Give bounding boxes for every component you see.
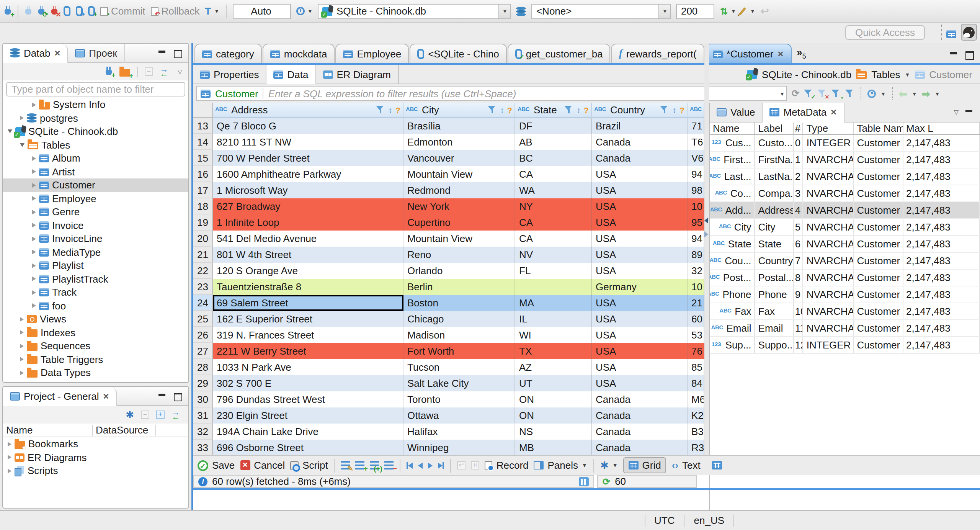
filter-icon[interactable]: [565, 106, 574, 114]
filter-icon[interactable]: [376, 106, 385, 114]
cell-country[interactable]: Canada: [592, 440, 688, 456]
cell-city[interactable]: Redmond: [403, 182, 515, 198]
cell-country[interactable]: Canada: [592, 407, 688, 424]
view-menu-icon[interactable]: ▽: [954, 109, 959, 116]
expand-arrow-icon[interactable]: [20, 344, 24, 348]
cell-address[interactable]: 700 W Pender Street: [213, 150, 403, 166]
tab-projects[interactable]: Проек: [68, 43, 124, 62]
column-name[interactable]: Name: [3, 424, 92, 436]
tab-value[interactable]: Value: [710, 103, 763, 122]
metadata-row-country[interactable]: Cou...Country7NVARCHARCustomer2,147,483: [710, 253, 980, 270]
previous-record-button[interactable]: [418, 462, 423, 468]
cell-city[interactable]: Brasília: [403, 118, 515, 134]
cell-postal[interactable]: 60: [688, 311, 704, 327]
filter-history-dropdown-icon[interactable]: ▼: [779, 91, 785, 96]
metadata-row-suppo-[interactable]: Sup...Suppo...12INTEGERCustomer2,147,483: [710, 337, 980, 354]
row-number[interactable]: 31: [193, 407, 213, 424]
collapse-left-icon[interactable]: [704, 218, 708, 224]
expand-arrow-icon[interactable]: [32, 170, 36, 174]
edit-cell-icon[interactable]: ✎: [341, 461, 350, 469]
next-page-icon[interactable]: ➡: [922, 88, 930, 99]
first-record-button[interactable]: [407, 462, 413, 469]
collapse-all-icon[interactable]: −: [145, 67, 153, 76]
cell-address[interactable]: 120 S Orange Ave: [213, 263, 403, 279]
collapse-all-icon[interactable]: −: [141, 411, 149, 419]
maximize-icon[interactable]: [173, 49, 182, 57]
save-button[interactable]: ✓ Save: [198, 460, 235, 471]
close-icon[interactable]: ✕: [103, 392, 109, 400]
cell-country[interactable]: USA: [592, 263, 688, 279]
new-sql-editor-icon[interactable]: +: [88, 6, 95, 16]
tx-mode-combo[interactable]: Auto: [232, 3, 291, 19]
row-number[interactable]: 24: [193, 295, 213, 311]
cell-country[interactable]: USA: [592, 311, 688, 327]
new-connection-icon[interactable]: +: [105, 67, 113, 77]
tab-metadata[interactable]: MetaData ✕: [763, 103, 845, 123]
expand-arrow-icon[interactable]: [20, 357, 24, 362]
cell-country[interactable]: USA: [592, 327, 688, 343]
cell-state[interactable]: TX: [515, 343, 592, 359]
editor-tab-rewards-report-[interactable]: frewards_report(: [611, 44, 704, 63]
sort-icon[interactable]: ↕: [673, 106, 676, 114]
connection-combo[interactable]: SQLite - Chinook.db ▼: [318, 3, 511, 19]
sidebar-item-data-types[interactable]: Data Types: [3, 366, 188, 380]
cell-city[interactable]: Boston: [403, 295, 515, 311]
sidebar-item-table-triggers[interactable]: Table Triggers: [3, 353, 188, 366]
metadata-row-state[interactable]: StateState6NVARCHARCustomer2,147,483: [710, 236, 980, 253]
schema-dropdown-button[interactable]: ▼: [659, 4, 670, 18]
expand-arrow-icon[interactable]: [32, 304, 36, 308]
expand-arrow-icon[interactable]: [32, 263, 36, 268]
chevron-down-icon[interactable]: ▼: [935, 91, 940, 96]
maximize-icon[interactable]: [965, 51, 974, 58]
cell-postal[interactable]: 53: [688, 327, 704, 343]
sidebar-item-tables[interactable]: Tables: [3, 138, 188, 152]
metadata-column-max[interactable]: Max L: [903, 123, 980, 134]
row-number[interactable]: 16: [193, 166, 213, 182]
metadata-row-fax[interactable]: FaxFax10NVARCHARCustomer2,147,483: [710, 303, 980, 320]
cell-postal[interactable]: 98: [688, 182, 704, 198]
project-item-er-diagrams[interactable]: ER Diagrams: [3, 451, 188, 464]
cell-postal[interactable]: 94: [688, 166, 704, 182]
cell-city[interactable]: Edmonton: [403, 134, 515, 150]
sql-filter-input[interactable]: Customer Enter a SQL expression to filte…: [196, 86, 787, 101]
row-number[interactable]: 26: [193, 327, 213, 343]
row-number[interactable]: 22: [193, 263, 213, 279]
sidebar-item-track[interactable]: Track: [3, 286, 188, 299]
row-number[interactable]: 30: [193, 391, 213, 407]
sidebar-item-views[interactable]: Views: [3, 312, 188, 326]
sidebar-item-invoice[interactable]: Invoice: [3, 219, 188, 232]
cell-country[interactable]: USA: [592, 166, 688, 182]
expand-arrow-icon[interactable]: [32, 183, 36, 188]
calc-panel-icon[interactable]: [579, 477, 589, 486]
cell-address[interactable]: 796 Dundas Street West: [213, 391, 403, 407]
cell-state[interactable]: NS: [515, 424, 592, 440]
minimize-icon[interactable]: [949, 51, 959, 58]
cell-country[interactable]: USA: [592, 247, 688, 263]
tab-database-navigator[interactable]: Datab ✕: [3, 43, 68, 62]
grid-mode-button[interactable]: Grid: [623, 457, 666, 473]
sidebar-item-invoiceline[interactable]: InvoiceLine: [3, 232, 188, 245]
auto-refresh-icon[interactable]: [867, 89, 876, 98]
metadata-column-name[interactable]: Name: [710, 123, 755, 134]
cell-address[interactable]: 69 Salem Street: [213, 295, 403, 311]
duplicate-row-icon[interactable]: (+): [370, 461, 379, 469]
cell-state[interactable]: CA: [515, 214, 592, 231]
cell-country[interactable]: Canada: [592, 150, 688, 166]
reconnect-icon[interactable]: ⟳: [38, 6, 45, 16]
metadata-row-firstna-[interactable]: First...FirstNa...1NVARCHARCustomer2,147…: [710, 152, 980, 168]
sidebar-item-customer[interactable]: Customer: [3, 178, 188, 192]
cell-city[interactable]: New York: [403, 198, 515, 214]
cell-postal[interactable]: V6: [688, 150, 704, 166]
cell-country[interactable]: USA: [592, 182, 688, 198]
column-header-clipped[interactable]: [688, 103, 704, 118]
filter-icon[interactable]: [488, 106, 497, 114]
metadata-row-email[interactable]: EmailEmail11NVARCHARCustomer2,147,483: [710, 320, 980, 337]
breadcrumb-entity[interactable]: Customer: [929, 69, 972, 80]
project-item-scripts[interactable]: Scripts: [3, 464, 188, 478]
cell-state[interactable]: NY: [515, 198, 592, 214]
expand-arrow-icon[interactable]: [20, 371, 24, 375]
cell-state[interactable]: WA: [515, 182, 592, 198]
cell-address[interactable]: 162 E Superior Street: [213, 311, 403, 327]
chevron-down-icon[interactable]: ▼: [905, 72, 910, 77]
cell-country[interactable]: Canada: [592, 424, 688, 440]
